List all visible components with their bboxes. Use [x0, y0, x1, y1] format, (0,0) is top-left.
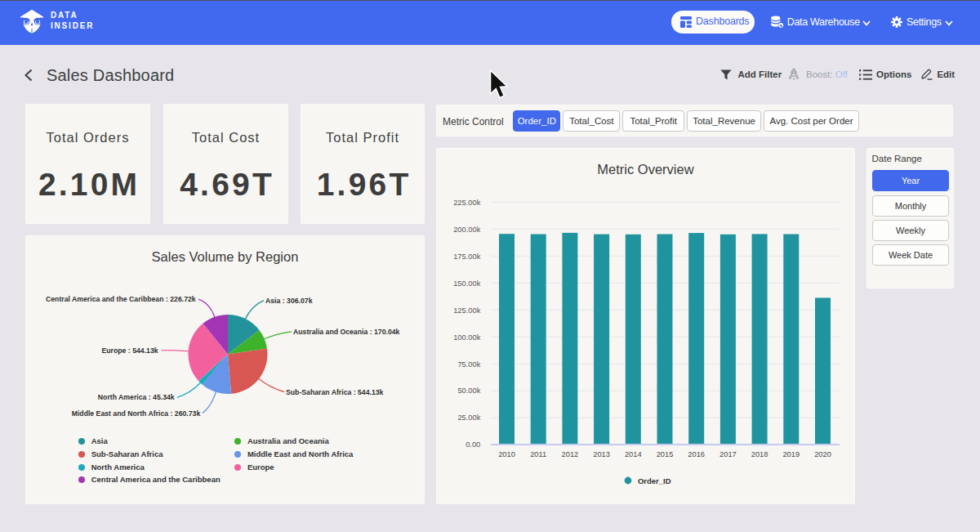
- svg-text:2011: 2011: [530, 450, 546, 458]
- svg-text:2018: 2018: [751, 450, 768, 458]
- svg-text:Order_ID: Order_ID: [638, 476, 671, 485]
- svg-text:25.00k: 25.00k: [457, 414, 480, 422]
- svg-text:0.00: 0.00: [466, 440, 480, 449]
- svg-text:200.00k: 200.00k: [453, 226, 480, 234]
- svg-text:2016: 2016: [688, 450, 705, 458]
- svg-text:2017: 2017: [719, 450, 737, 458]
- svg-text:175.00k: 175.00k: [453, 253, 480, 261]
- svg-text:50.00k: 50.00k: [457, 387, 480, 395]
- svg-text:2015: 2015: [657, 450, 674, 458]
- svg-text:2019: 2019: [782, 450, 800, 458]
- svg-text:150.00k: 150.00k: [453, 279, 480, 288]
- svg-text:100.00k: 100.00k: [453, 333, 480, 342]
- svg-text:2012: 2012: [562, 450, 579, 458]
- svg-text:2020: 2020: [814, 450, 831, 458]
- svg-text:2010: 2010: [498, 450, 515, 458]
- svg-text:2013: 2013: [593, 450, 610, 458]
- svg-text:2014: 2014: [625, 450, 642, 458]
- svg-text:125.00k: 125.00k: [453, 306, 480, 315]
- svg-text:75.00k: 75.00k: [457, 360, 480, 369]
- svg-text:225.00k: 225.00k: [453, 199, 480, 207]
